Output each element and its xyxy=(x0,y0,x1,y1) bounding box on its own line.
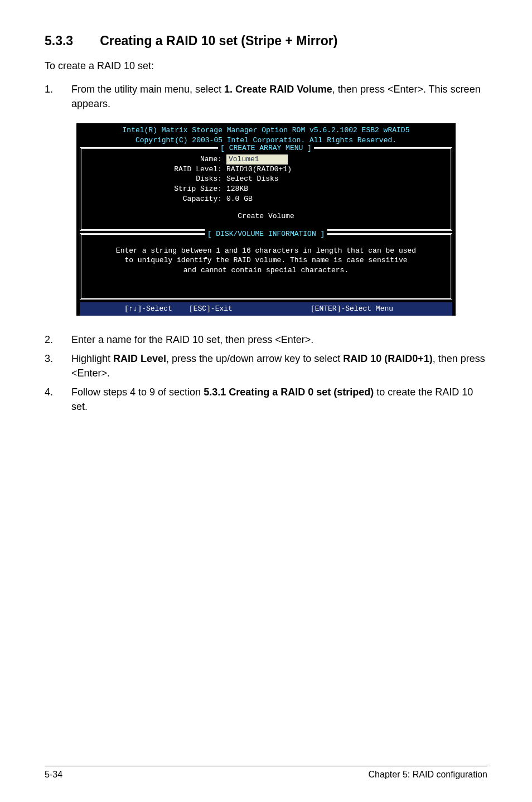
bios-value: Select Disks xyxy=(226,174,279,184)
bold-fragment: RAID 10 (RAID0+1) xyxy=(343,353,433,364)
list-item: 1. From the utility main menu, select 1.… xyxy=(45,82,487,111)
list-item: 4. Follow steps 4 to 9 of section 5.3.1 … xyxy=(45,385,487,414)
step-number: 1. xyxy=(45,82,71,111)
bold-fragment: 5.3.1 Creating a RAID 0 set (striped) xyxy=(204,386,374,398)
text-fragment: From the utility main menu, select xyxy=(71,84,224,95)
bios-label: Strip Size: xyxy=(87,184,226,194)
bios-label: Disks: xyxy=(87,174,226,184)
bios-value: 0.0 GB xyxy=(226,194,253,204)
page-footer: 5-34 Chapter 5: RAID configuration xyxy=(45,766,487,780)
bios-label: Name: xyxy=(87,154,226,165)
bios-row-raid-level: RAID Level: RAID10(RAID0+1) xyxy=(87,165,445,175)
list-item: 2. Enter a name for the RAID 10 set, the… xyxy=(45,332,487,347)
bios-disk-volume-panel: [ DISK/VOLUME INFORMATION ] Enter a stri… xyxy=(80,233,452,301)
step-content: Follow steps 4 to 9 of section 5.3.1 Cre… xyxy=(71,385,487,414)
bios-create-volume: Create Volume xyxy=(87,211,445,221)
text-fragment: Follow steps 4 to 9 of section xyxy=(71,386,204,398)
bios-screenshot: Intel(R) Matrix Storage Manager Option R… xyxy=(76,123,456,316)
text-fragment: Highlight xyxy=(71,353,113,364)
bios-value: 128KB xyxy=(226,184,248,194)
bold-fragment: 1. Create RAID Volume xyxy=(224,84,332,95)
step-number: 4. xyxy=(45,385,71,414)
bios-info-text: Enter a string between 1 and 16 characte… xyxy=(87,240,445,291)
bios-create-array-panel: [ CREATE ARRAY MENU ] Name: Volume1 RAID… xyxy=(80,147,452,230)
bios-footer-exit: [ESC]-Exit xyxy=(172,304,233,314)
step-list-2: 2. Enter a name for the RAID 10 set, the… xyxy=(45,332,487,414)
bios-footer-bar: [↑↓]-Select [ESC]-Exit [ENTER]-Select Me… xyxy=(80,302,452,316)
section-title: Creating a RAID 10 set (Stripe + Mirror) xyxy=(100,33,337,48)
step-number: 2. xyxy=(45,332,71,347)
bios-header-line1: Intel(R) Matrix Storage Manager Option R… xyxy=(76,125,456,136)
intro-text: To create a RAID 10 set: xyxy=(45,59,487,73)
step-content: Enter a name for the RAID 10 set, then p… xyxy=(71,332,487,347)
text-fragment: , press the up/down arrow key to select xyxy=(166,353,343,364)
bios-row-capacity: Capacity: 0.0 GB xyxy=(87,194,445,204)
bios-value: RAID10(RAID0+1) xyxy=(226,165,292,175)
bold-fragment: RAID Level xyxy=(113,353,166,364)
step-list-1: 1. From the utility main menu, select 1.… xyxy=(45,82,487,111)
bios-panel-title: [ CREATE ARRAY MENU ] xyxy=(218,143,314,153)
step-content: Highlight RAID Level, press the up/down … xyxy=(71,351,487,380)
bios-row-strip-size: Strip Size: 128KB xyxy=(87,184,445,194)
section-number: 5.3.3 xyxy=(45,33,73,49)
list-item: 3. Highlight RAID Level, press the up/do… xyxy=(45,351,487,380)
bios-label: RAID Level: xyxy=(87,165,226,175)
step-content: From the utility main menu, select 1. Cr… xyxy=(71,82,487,111)
bios-row-disks: Disks: Select Disks xyxy=(87,174,445,184)
chapter-label: Chapter 5: RAID configuration xyxy=(369,770,487,780)
bios-value: Volume1 xyxy=(226,154,288,165)
bios-footer-select: [↑↓]-Select xyxy=(85,304,172,314)
bios-value-highlighted: Volume1 xyxy=(226,154,288,165)
bios-footer-enter: [ENTER]-Select Menu xyxy=(233,304,447,314)
bios-label: Capacity: xyxy=(87,194,226,204)
step-number: 3. xyxy=(45,351,71,380)
section-heading: 5.3.3Creating a RAID 10 set (Stripe + Mi… xyxy=(45,33,487,49)
page-number: 5-34 xyxy=(45,770,62,780)
bios-panel-title: [ DISK/VOLUME INFORMATION ] xyxy=(205,229,327,239)
bios-row-name: Name: Volume1 xyxy=(87,154,445,165)
